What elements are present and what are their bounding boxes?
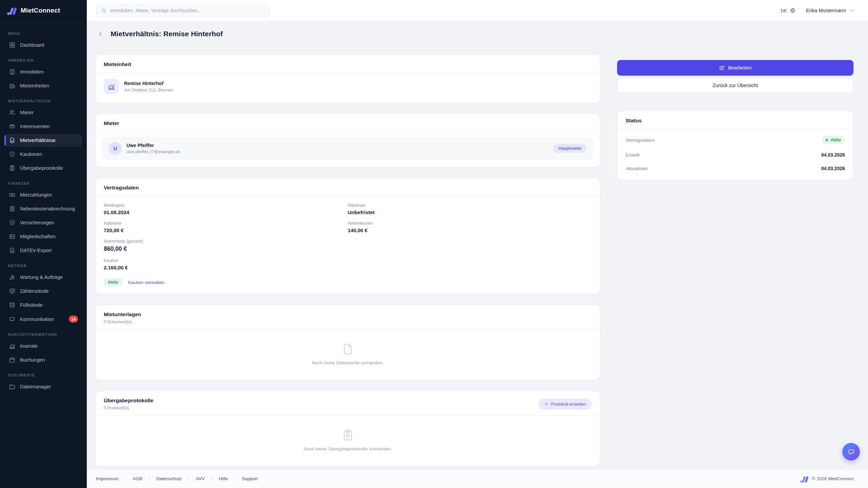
contract-card-title: Vertragsdaten <box>104 185 592 191</box>
unit-row[interactable]: Remise Hinterhof Am Dobben 112, Bremen <box>96 73 600 103</box>
protocols-card-title: Übergabeprotokolle <box>104 398 153 404</box>
search-icon <box>101 8 106 14</box>
chevron-left-icon <box>97 31 104 37</box>
sidebar-item-kommunikation[interactable]: Kommunikation14 <box>5 312 82 326</box>
nav-section-label-mietverhaeltnisse: MIETVERHÄLTNISSE <box>8 99 79 103</box>
sidebar-item-nebenkostenabrechnung[interactable]: Nebenkostenabrechnung <box>5 202 82 215</box>
field-value: 01.08.2024 <box>104 209 348 215</box>
main: DE Erika Mustermann Mietverhältnis: Remi… <box>87 0 868 488</box>
documents-count: 0 Dokument(e) <box>104 320 592 324</box>
sidebar-item-label: Mietverhältnisse <box>20 138 56 143</box>
units-icon <box>9 82 16 89</box>
sidebar-item-versicherungen[interactable]: Versicherungen <box>5 216 82 229</box>
sidebar-item-mieter[interactable]: Mieter <box>5 106 82 119</box>
field-value: Unbefristet <box>348 209 592 215</box>
sidebar-item-label: Nebenkostenabrechnung <box>20 206 75 211</box>
sidebar-item-interessenten[interactable]: Interessenten <box>5 120 82 133</box>
manage-kaution-link[interactable]: Kaution verwalten <box>128 280 164 285</box>
sidebar-item-label: Kautionen <box>20 151 42 157</box>
unit-card-header: Mieteinheit <box>96 55 600 73</box>
sidebar-item-label: Mietzahlungen <box>20 192 52 198</box>
sidebar-item-label: Versicherungen <box>20 220 54 225</box>
sidebar-item-label: Buchungen <box>20 357 45 363</box>
status-body: VertragsstatusAktivErstellt04.03.2026Akt… <box>617 129 853 180</box>
contract-field-nebenkosten: Nebenkosten140,00 € <box>348 221 592 233</box>
sidebar-item-buchungen[interactable]: Buchungen <box>5 353 82 366</box>
sidebar-item-dashboard[interactable]: Dashboard <box>5 39 82 52</box>
back-to-overview-button[interactable]: Zurück zur Übersicht <box>617 78 853 93</box>
field-label: Mietende <box>348 203 592 208</box>
sidebar-item-mitgliedschaften[interactable]: Mitgliedschaften <box>5 230 82 243</box>
banknote-icon <box>9 191 16 198</box>
sidebar-item-label: Dashboard <box>20 42 44 48</box>
create-protocol-button[interactable]: Protokoll erstellen <box>538 399 592 410</box>
sidebar-item-mieteinheiten[interactable]: Mieteinheiten <box>5 79 82 92</box>
shield-check-icon <box>9 219 16 226</box>
contract-field-warmmiete-gesamt: Warmmiete (gesamt)860,00 € <box>104 239 348 252</box>
globe-icon <box>790 7 796 14</box>
search-input[interactable] <box>110 8 265 13</box>
field-label: Mietbeginn <box>104 203 348 208</box>
sidebar-item-kautionen[interactable]: Kautionen <box>5 148 82 161</box>
field-value: 720,00 € <box>104 227 348 233</box>
footer-link-support[interactable]: Support <box>242 476 258 481</box>
contract-field-kaution: Kaution2.160,00 € <box>104 258 348 270</box>
sidebar-item-mietzahlungen[interactable]: Mietzahlungen <box>5 188 82 201</box>
sidebar-item-dateimanager[interactable]: Dateimanager <box>5 380 82 393</box>
protocols-empty-text: Noch keine Übergabeprotokolle vorhanden. <box>303 446 392 451</box>
sidebar-item-fuellstaende[interactable]: Füllstände <box>5 299 82 311</box>
contract-icon <box>9 137 16 144</box>
chat-icon <box>9 316 16 323</box>
sidebar-item-immobilien[interactable]: Immobilien <box>5 65 82 78</box>
sidebar-item-wartung-auftraege[interactable]: Wartung & Aufträge <box>5 271 82 284</box>
footer-link-hilfe[interactable]: Hilfe <box>219 476 228 481</box>
sidebar-item-label: Dateimanager <box>20 384 51 389</box>
prospects-icon <box>9 123 16 130</box>
folder-icon <box>9 383 16 390</box>
sidebar-item-mietverhaeltnisse[interactable]: Mietverhältnisse <box>5 134 82 147</box>
sidebar-item-inserate[interactable]: Inserate <box>5 340 82 352</box>
footer-separator: | <box>234 476 235 481</box>
plus-icon <box>544 402 549 406</box>
footer-link-avv[interactable]: AVV <box>196 476 205 481</box>
user-menu[interactable]: Erika Mustermann <box>806 8 854 13</box>
mietconnect-footer-logo-icon <box>800 474 809 483</box>
nav-section-label-kurzzeitvermietung: KURZZEITVERMIETUNG <box>8 332 79 337</box>
global-search[interactable] <box>96 4 270 17</box>
language-switcher[interactable]: DE <box>781 7 796 14</box>
sidebar-item-zaehlerstaende[interactable]: Zählerstände <box>5 285 82 298</box>
clipboard-icon <box>9 165 16 171</box>
documents-card: Mietunterlagen 0 Dokument(e) Noch keine … <box>95 305 600 380</box>
footer: Impressum|AGB|Datenschutz|AVV|Hilfe|Supp… <box>87 469 868 488</box>
status-card-title: Status <box>626 118 845 124</box>
copyright-text: © 2026 MietConnect <box>812 476 854 481</box>
unit-card: Mieteinheit Remise Hinterhof Am Dobben 1… <box>95 55 600 103</box>
chat-fab-button[interactable] <box>842 443 860 461</box>
content: Mietverhältnis: Remise Hinterhof Mietein… <box>87 21 868 469</box>
protocols-empty-state: Noch keine Übergabeprotokolle vorhanden. <box>96 416 600 466</box>
status-card: Status VertragsstatusAktivErstellt04.03.… <box>617 111 853 180</box>
documents-card-header: Mietunterlagen 0 Dokument(e) <box>96 305 600 330</box>
footer-separator: | <box>149 476 150 481</box>
building-icon <box>9 68 16 75</box>
edit-button[interactable]: Bearbeiten <box>617 60 853 76</box>
nav-section-label-menu: MENU <box>8 32 79 36</box>
main-tenant-badge: Hauptmieter <box>553 144 587 153</box>
page-title: Mietverhältnis: Remise Hinterhof <box>111 30 223 38</box>
brand-name: MietConnect <box>21 7 60 14</box>
footer-link-datenschutz[interactable]: Datenschutz <box>156 476 182 481</box>
tank-icon <box>9 302 16 308</box>
back-button[interactable] <box>95 29 105 39</box>
sidebar-item-label: Kommunikation <box>20 317 54 322</box>
mietconnect-logo-icon <box>7 5 17 16</box>
unit-name: Remise Hinterhof <box>124 81 174 86</box>
footer-link-agb[interactable]: AGB <box>133 476 142 481</box>
brand: MietConnect <box>0 0 87 21</box>
sidebar-item-uebergabeprotokolle[interactable]: Übergabeprotokolle <box>5 162 82 175</box>
tenant-name: Uwe Pfeiffer <box>126 143 180 148</box>
tenant-row[interactable]: U Uwe Pfeiffer uwe.pfeiffer.27@example.d… <box>102 137 593 160</box>
sidebar-item-datev-export[interactable]: DATEV-Export <box>5 244 82 257</box>
sidebar-item-label: Zählerstände <box>20 288 49 294</box>
footer-link-impressum[interactable]: Impressum <box>96 476 119 481</box>
field-value: 140,00 € <box>348 227 592 233</box>
